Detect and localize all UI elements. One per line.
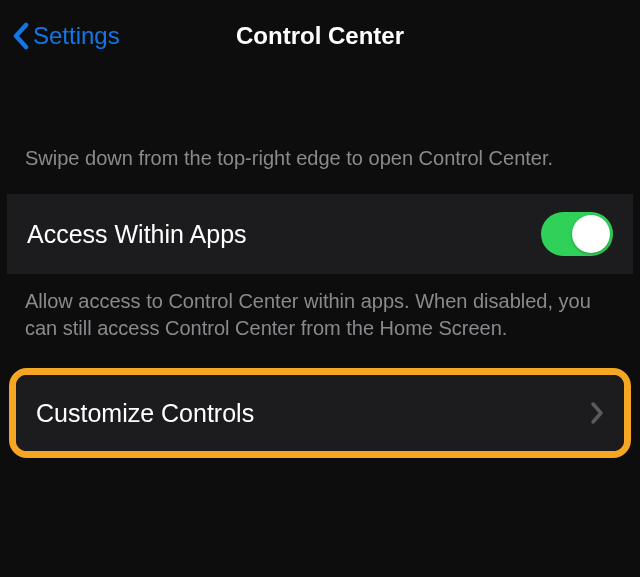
highlight-annotation: Customize Controls (9, 368, 631, 458)
section-header-text: Swipe down from the top-right edge to op… (7, 65, 633, 194)
customize-controls-label: Customize Controls (36, 399, 254, 428)
access-within-apps-label: Access Within Apps (27, 220, 247, 249)
back-label: Settings (33, 22, 120, 50)
navigation-bar: Settings Control Center (7, 7, 633, 65)
chevron-right-icon (590, 401, 604, 425)
customize-controls-row[interactable]: Customize Controls (16, 375, 624, 451)
chevron-left-icon (11, 22, 31, 50)
access-within-apps-row: Access Within Apps (7, 194, 633, 274)
access-within-apps-toggle[interactable] (541, 212, 613, 256)
toggle-knob (572, 215, 610, 253)
section-footer-text: Allow access to Control Center within ap… (7, 274, 633, 368)
back-button[interactable]: Settings (11, 22, 120, 50)
